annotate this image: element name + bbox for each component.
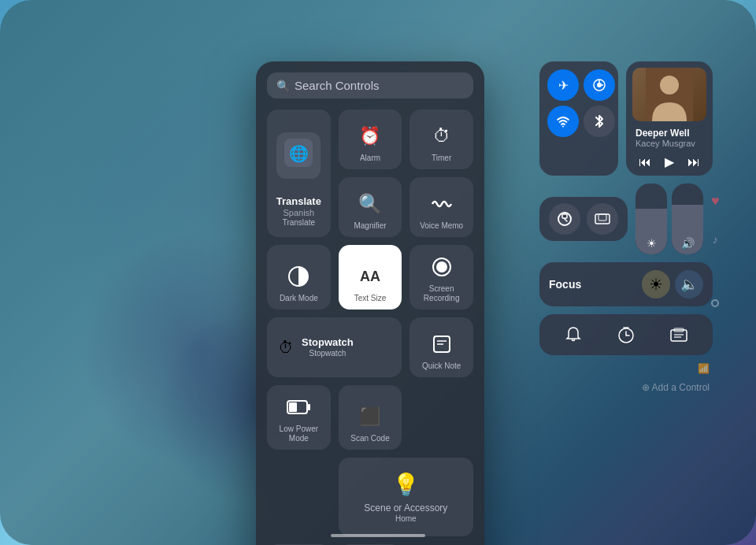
timer-label: Timer bbox=[432, 154, 451, 163]
home-scene-sublabel: Scene or Accessory bbox=[364, 502, 447, 513]
timer-bottom-icon bbox=[617, 326, 635, 343]
sun-icon: ☀ bbox=[649, 275, 663, 294]
timer-bottom-button[interactable] bbox=[610, 319, 642, 350]
bell-icon bbox=[565, 326, 581, 343]
text-size-control[interactable]: AA Text Size bbox=[339, 245, 402, 310]
low-power-label: Low Power Mode bbox=[272, 425, 326, 443]
magnifier-label: Magnifier bbox=[354, 221, 386, 231]
translate-icon: 🌐 bbox=[284, 139, 313, 167]
svg-point-17 bbox=[660, 76, 679, 95]
top-section: ✈ bbox=[539, 61, 713, 176]
lock-mirror-block bbox=[539, 197, 628, 241]
brightness-icon: ☀ bbox=[647, 237, 657, 250]
translate-control[interactable]: 🌐 Translate Spanish Translate bbox=[267, 109, 331, 237]
svg-point-15 bbox=[562, 126, 564, 128]
play-button[interactable]: ▶ bbox=[665, 154, 674, 169]
focus-speaker-button[interactable]: 🔈 bbox=[675, 270, 703, 298]
svg-text:🌐: 🌐 bbox=[289, 144, 309, 163]
song-artist: Kacey Musgrav bbox=[636, 139, 703, 148]
screen-time-icon bbox=[670, 326, 687, 343]
search-bar[interactable]: 🔍 Search Controls bbox=[267, 72, 473, 98]
floating-icons: ♥ ♪ bbox=[711, 193, 720, 246]
stopwatch-control[interactable]: ⏱ Stopwatch Stopwatch bbox=[267, 317, 402, 377]
translate-sublabel: Spanish bbox=[283, 208, 314, 217]
low-power-control[interactable]: Low Power Mode bbox=[267, 385, 331, 450]
dark-mode-control[interactable]: Dark Mode bbox=[267, 245, 331, 310]
focus-modes: ☀ 🔈 bbox=[642, 270, 703, 298]
alarm-control[interactable]: ⏰ Alarm bbox=[339, 109, 402, 169]
low-power-icon bbox=[284, 393, 313, 421]
screen-recording-label: Screen Recording bbox=[414, 284, 469, 303]
magnifier-control[interactable]: 🔍 Magnifier bbox=[339, 177, 402, 237]
voice-memo-icon bbox=[428, 190, 456, 218]
playback-controls: ⏮ ▶ ⏭ bbox=[632, 154, 706, 169]
svg-point-4 bbox=[436, 261, 447, 272]
home-scene-icon: 💡 bbox=[392, 472, 420, 498]
svg-rect-19 bbox=[562, 214, 567, 218]
focus-label: Focus bbox=[549, 278, 636, 291]
bluetooth-button[interactable] bbox=[584, 106, 615, 137]
quick-note-label: Quick Note bbox=[422, 361, 461, 371]
connectivity-block: ✈ bbox=[539, 61, 618, 176]
brightness-slider[interactable]: ☀ bbox=[636, 184, 667, 254]
prev-button[interactable]: ⏮ bbox=[639, 155, 651, 169]
svg-rect-9 bbox=[289, 402, 297, 412]
now-playing-block: Deeper Well Kacey Musgrav ⏮ ▶ ⏭ bbox=[626, 61, 713, 176]
magnifier-icon: 🔍 bbox=[356, 190, 384, 218]
airdrop-icon bbox=[592, 78, 606, 92]
voice-memo-label: Voice Memo bbox=[420, 221, 463, 231]
translate-label: Translate bbox=[276, 195, 321, 207]
bell-button[interactable] bbox=[558, 319, 589, 350]
alarm-label: Alarm bbox=[360, 154, 380, 163]
text-size-icon: AA bbox=[356, 262, 384, 291]
volume-slider[interactable]: 🔊 bbox=[672, 184, 703, 254]
text-size-label: Text Size bbox=[354, 294, 387, 303]
music-note-icon: ♪ bbox=[713, 233, 718, 246]
dark-mode-icon bbox=[284, 262, 313, 291]
home-scene-control[interactable]: 💡 Scene or Accessory Home bbox=[339, 458, 473, 536]
scan-code-label: Scan Code bbox=[350, 434, 389, 443]
airdrop-button[interactable] bbox=[584, 69, 615, 101]
song-title: Deeper Well bbox=[636, 128, 703, 139]
scan-code-control[interactable]: ⬛ Scan Code bbox=[339, 385, 402, 450]
lock-rotation-icon bbox=[557, 211, 573, 227]
timer-control[interactable]: ⏱ Timer bbox=[410, 109, 473, 169]
volume-icon: 🔊 bbox=[681, 237, 695, 250]
alarm-icon: ⏰ bbox=[356, 122, 384, 150]
signal-icon: 📶 bbox=[698, 363, 710, 374]
quick-note-icon bbox=[428, 330, 456, 358]
sliders-block: ☀ 🔊 bbox=[636, 184, 703, 254]
voice-memo-control[interactable]: Voice Memo bbox=[410, 177, 473, 237]
search-input[interactable]: Search Controls bbox=[295, 79, 464, 92]
quick-note-control[interactable]: Quick Note bbox=[410, 317, 473, 377]
next-button[interactable]: ⏭ bbox=[687, 155, 700, 169]
add-control-text[interactable]: ⊕ Add a Control bbox=[539, 382, 713, 393]
bottom-icons-block bbox=[539, 314, 713, 355]
screen-time-button[interactable] bbox=[663, 319, 695, 350]
now-playing-info: Deeper Well Kacey Musgrav bbox=[632, 126, 706, 150]
search-panel: 🔍 Search Controls 🌐 Translate Spanish bbox=[256, 61, 484, 545]
focus-block: Focus ☀ 🔈 bbox=[539, 262, 713, 306]
timer-icon: ⏱ bbox=[428, 122, 456, 150]
lock-mirror-row: ☀ 🔊 ♥ ♪ bbox=[539, 184, 713, 254]
screen-recording-icon bbox=[428, 253, 456, 281]
svg-rect-20 bbox=[595, 214, 610, 224]
dark-mode-label: Dark Mode bbox=[280, 294, 318, 303]
speaker-icon: 🔈 bbox=[680, 276, 698, 293]
lock-rotation-button[interactable] bbox=[549, 203, 580, 235]
screen-mirror-icon bbox=[595, 211, 610, 227]
screen-recording-control[interactable]: Screen Recording bbox=[410, 245, 473, 310]
circle-dot bbox=[711, 299, 719, 307]
airplane-mode-button[interactable]: ✈ bbox=[547, 69, 579, 101]
home-scene-label: Home bbox=[395, 514, 417, 524]
wifi-button[interactable] bbox=[547, 106, 579, 137]
screen-mirror-button[interactable] bbox=[587, 203, 618, 235]
scan-code-icon: ⬛ bbox=[356, 402, 384, 431]
album-art-image bbox=[646, 68, 693, 121]
bluetooth-icon bbox=[594, 113, 605, 129]
stopwatch-label: Stopwatch bbox=[302, 336, 354, 348]
search-icon: 🔍 bbox=[276, 80, 290, 92]
focus-sun-button[interactable]: ☀ bbox=[642, 270, 670, 298]
ipad-frame: 🔍 Search Controls 🌐 Translate Spanish bbox=[0, 0, 756, 545]
album-art bbox=[632, 68, 706, 121]
